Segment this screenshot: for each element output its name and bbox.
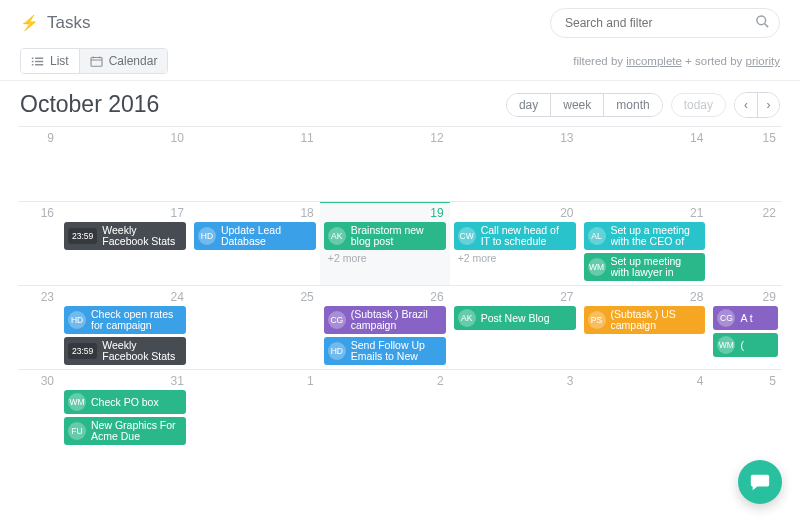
search-input[interactable] — [550, 8, 780, 38]
range-day[interactable]: day — [507, 94, 550, 116]
event[interactable]: CG(Subtask ) Brazil campaign — [324, 306, 446, 334]
day-number: 20 — [454, 205, 576, 220]
day-cell[interactable]: 30 — [18, 370, 60, 449]
month-title: October 2016 — [20, 91, 159, 118]
event-title: Check open rates for campaign — [91, 309, 181, 331]
sort-link[interactable]: priority — [745, 55, 780, 67]
day-cell[interactable]: 22 — [709, 202, 782, 285]
filter-link[interactable]: incomplete — [626, 55, 682, 67]
event[interactable]: HDUpdate Lead Database — [194, 222, 316, 250]
avatar: HD — [198, 227, 216, 245]
event[interactable]: CGA t — [713, 306, 778, 330]
day-cell[interactable]: 18HDUpdate Lead Database — [190, 202, 320, 285]
day-number: 5 — [713, 373, 778, 388]
events: AKPost New Blog — [454, 306, 576, 330]
day-number: 12 — [324, 130, 446, 145]
day-number: 27 — [454, 289, 576, 304]
day-number: 3 — [454, 373, 576, 388]
event[interactable]: AKBrainstorm new blog post — [324, 222, 446, 250]
day-number: 2 — [324, 373, 446, 388]
day-cell[interactable]: 2 — [320, 370, 450, 449]
day-number: 23 — [22, 289, 56, 304]
svg-point-0 — [757, 16, 766, 25]
day-number: 14 — [584, 130, 706, 145]
events: CG(Subtask ) Brazil campaignHDSend Follo… — [324, 306, 446, 365]
avatar: WM — [588, 258, 606, 276]
week-row: 3031WMCheck PO boxFUNew Graphics For Acm… — [18, 369, 782, 449]
next-button[interactable]: › — [757, 93, 779, 117]
day-cell[interactable]: 24HDCheck open rates for campaign23:59We… — [60, 286, 190, 369]
events: CWCall new head of IT to schedule — [454, 222, 576, 250]
svg-line-1 — [765, 24, 768, 27]
calendar-icon — [90, 56, 103, 67]
event[interactable]: HDSend Follow Up Emails to New — [324, 337, 446, 365]
event[interactable]: ALSet up a meeting with the CEO of — [584, 222, 706, 250]
day-number: 31 — [64, 373, 186, 388]
day-number: 9 — [22, 130, 56, 145]
day-cell[interactable]: 21ALSet up a meeting with the CEO ofWMSe… — [580, 202, 710, 285]
day-cell[interactable]: 3 — [450, 370, 580, 449]
event[interactable]: AKPost New Blog — [454, 306, 576, 330]
more-link[interactable]: +2 more — [324, 250, 446, 264]
event-title: (Subtask ) US campaign — [611, 309, 701, 331]
tab-calendar[interactable]: Calendar — [79, 49, 168, 73]
day-cell[interactable]: 14 — [580, 127, 710, 201]
day-cell[interactable]: 10 — [60, 127, 190, 201]
event[interactable]: WM( — [713, 333, 778, 357]
search-icon[interactable] — [755, 14, 770, 32]
events: CGA tWM( — [713, 306, 778, 357]
event[interactable]: 23:59Weekly Facebook Stats — [64, 337, 186, 365]
day-cell[interactable]: 28PS(Subtask ) US campaign — [580, 286, 710, 369]
day-cell[interactable]: 5 — [709, 370, 782, 449]
day-cell[interactable]: 31WMCheck PO boxFUNew Graphics For Acme … — [60, 370, 190, 449]
day-cell[interactable]: 11 — [190, 127, 320, 201]
event-title: ( — [740, 340, 773, 351]
event[interactable]: WMSet up meeting with lawyer in — [584, 253, 706, 281]
day-cell[interactable]: 16 — [18, 202, 60, 285]
day-cell[interactable]: 23 — [18, 286, 60, 369]
event-title: Call new head of IT to schedule — [481, 225, 571, 247]
avatar: PS — [588, 311, 606, 329]
event[interactable]: HDCheck open rates for campaign — [64, 306, 186, 334]
day-cell[interactable]: 20CWCall new head of IT to schedule+2 mo… — [450, 202, 580, 285]
day-cell[interactable]: 1723:59Weekly Facebook Stats — [60, 202, 190, 285]
day-cell[interactable]: 27AKPost New Blog — [450, 286, 580, 369]
event-title: Check PO box — [91, 397, 181, 408]
tab-list-label: List — [50, 54, 69, 68]
day-cell[interactable]: 25 — [190, 286, 320, 369]
day-number: 4 — [584, 373, 706, 388]
event[interactable]: WMCheck PO box — [64, 390, 186, 414]
chat-button[interactable] — [738, 460, 782, 504]
today-button[interactable]: today — [671, 93, 726, 117]
event[interactable]: PS(Subtask ) US campaign — [584, 306, 706, 334]
day-cell[interactable]: 19AKBrainstorm new blog post+2 more — [320, 202, 450, 285]
more-link[interactable]: +2 more — [454, 250, 576, 264]
day-cell[interactable]: 1 — [190, 370, 320, 449]
avatar: HD — [328, 342, 346, 360]
event[interactable]: FUNew Graphics For Acme Due — [64, 417, 186, 445]
day-number: 30 — [22, 373, 56, 388]
event-time-badge: 23:59 — [68, 228, 97, 244]
day-cell[interactable]: 15 — [709, 127, 782, 201]
week-row: 2324HDCheck open rates for campaign23:59… — [18, 285, 782, 369]
day-cell[interactable]: 4 — [580, 370, 710, 449]
range-week[interactable]: week — [550, 94, 603, 116]
range-segment: day week month — [506, 93, 663, 117]
day-cell[interactable]: 13 — [450, 127, 580, 201]
day-number: 16 — [22, 205, 56, 220]
day-cell[interactable]: 29CGA tWM( — [709, 286, 782, 369]
range-month[interactable]: month — [603, 94, 661, 116]
tab-list[interactable]: List — [21, 49, 79, 73]
day-cell[interactable]: 26CG(Subtask ) Brazil campaignHDSend Fol… — [320, 286, 450, 369]
events: WMCheck PO boxFUNew Graphics For Acme Du… — [64, 390, 186, 445]
event[interactable]: CWCall new head of IT to schedule — [454, 222, 576, 250]
event[interactable]: 23:59Weekly Facebook Stats — [64, 222, 186, 250]
filter-summary: filtered by incomplete + sorted by prior… — [573, 55, 780, 67]
day-number: 22 — [713, 205, 778, 220]
day-cell[interactable]: 12 — [320, 127, 450, 201]
day-number: 18 — [194, 205, 316, 220]
prev-button[interactable]: ‹ — [735, 93, 757, 117]
tab-calendar-label: Calendar — [109, 54, 158, 68]
avatar: FU — [68, 422, 86, 440]
day-cell[interactable]: 9 — [18, 127, 60, 201]
